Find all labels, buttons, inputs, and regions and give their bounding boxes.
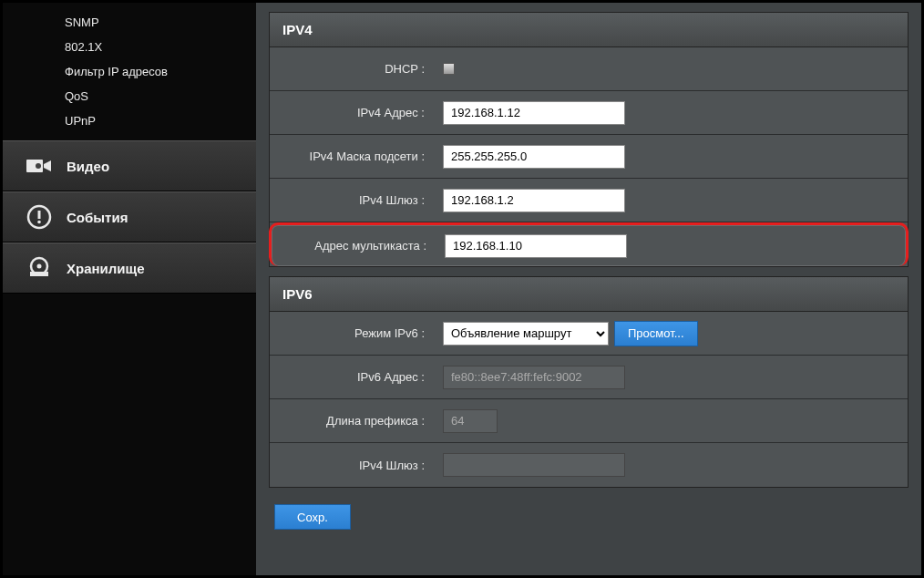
row-ipv6-prefix: Длина префикса : bbox=[270, 399, 908, 443]
row-multicast: Адрес мультикаста : bbox=[269, 222, 909, 266]
ipv6-panel: IPV6 Режим IPv6 : Объявление маршрут Про… bbox=[269, 276, 909, 488]
sidebar-item-events[interactable]: События bbox=[3, 191, 256, 243]
sidebar-sub-8021x[interactable]: 802.1X bbox=[3, 35, 256, 59]
ipv4-panel: IPV4 DHCP : IPv4 Адрес : IPv4 Маска подс… bbox=[269, 12, 909, 267]
sidebar-sub-qos[interactable]: QoS bbox=[3, 84, 256, 108]
disk-icon bbox=[25, 256, 54, 280]
ipv4-title: IPV4 bbox=[270, 13, 908, 47]
sidebar-sub-ipfilter[interactable]: Фильтр IP адресов bbox=[3, 59, 256, 84]
multicast-input[interactable] bbox=[445, 234, 627, 258]
svg-rect-7 bbox=[30, 272, 48, 276]
sidebar-item-label: События bbox=[67, 210, 128, 225]
row-ipv4-gw: IPv4 Шлюз : bbox=[270, 179, 908, 222]
ipv6-prefix-input bbox=[443, 409, 498, 433]
sidebar-item-video[interactable]: Видео bbox=[3, 140, 256, 191]
row-dhcp: DHCP : bbox=[270, 47, 908, 91]
ipv4-gw-input[interactable] bbox=[443, 189, 625, 212]
row-ipv6-addr: IPv6 Адрес : bbox=[270, 356, 908, 399]
ipv6-addr-label: IPv6 Адрес : bbox=[270, 370, 434, 384]
save-button[interactable]: Сохр. bbox=[274, 504, 351, 530]
ipv6-prefix-label: Длина префикса : bbox=[270, 414, 434, 428]
dhcp-checkbox[interactable] bbox=[443, 63, 455, 75]
ipv6-gw-label: IPv4 Шлюз : bbox=[270, 459, 434, 472]
svg-point-1 bbox=[36, 163, 41, 169]
sidebar-sub-list: SNMP 802.1X Фильтр IP адресов QoS UPnP bbox=[3, 3, 256, 140]
sidebar: SNMP 802.1X Фильтр IP адресов QoS UPnP В… bbox=[3, 3, 256, 575]
row-ipv4-mask: IPv4 Маска подсети : bbox=[270, 135, 908, 179]
row-ipv4-addr: IPv4 Адрес : bbox=[270, 91, 908, 135]
row-ipv6-mode: Режим IPv6 : Объявление маршрут Просмот.… bbox=[270, 312, 908, 356]
ipv6-addr-input bbox=[443, 366, 625, 389]
svg-rect-3 bbox=[38, 211, 41, 219]
dhcp-label: DHCP : bbox=[270, 62, 434, 76]
ipv4-gw-label: IPv4 Шлюз : bbox=[270, 193, 434, 207]
content-area: IPV4 DHCP : IPv4 Адрес : IPv4 Маска подс… bbox=[256, 3, 921, 575]
ipv6-title: IPV6 bbox=[270, 277, 908, 312]
action-bar: Сохр. bbox=[269, 504, 909, 539]
sidebar-sub-snmp[interactable]: SNMP bbox=[3, 10, 256, 35]
ipv4-mask-label: IPv4 Маска подсети : bbox=[270, 150, 434, 163]
ipv6-view-button[interactable]: Просмот... bbox=[614, 321, 698, 346]
ipv6-mode-label: Режим IPv6 : bbox=[270, 326, 434, 340]
ipv4-addr-input[interactable] bbox=[443, 101, 625, 125]
sidebar-sub-upnp[interactable]: UPnP bbox=[3, 108, 256, 133]
sidebar-item-label: Хранилище bbox=[67, 261, 145, 276]
ipv6-mode-select[interactable]: Объявление маршрут bbox=[443, 322, 609, 346]
sidebar-item-storage[interactable]: Хранилище bbox=[3, 243, 256, 294]
ipv4-mask-input[interactable] bbox=[443, 145, 625, 169]
camera-icon bbox=[25, 154, 54, 178]
ipv4-addr-label: IPv4 Адрес : bbox=[270, 106, 434, 119]
sidebar-item-label: Видео bbox=[67, 159, 109, 174]
svg-point-4 bbox=[37, 221, 41, 224]
multicast-label: Адрес мультикаста : bbox=[272, 239, 436, 253]
svg-point-6 bbox=[37, 264, 42, 269]
ipv6-gw-input bbox=[443, 453, 625, 477]
alert-icon bbox=[25, 205, 54, 229]
row-ipv6-gw: IPv4 Шлюз : bbox=[270, 443, 908, 487]
